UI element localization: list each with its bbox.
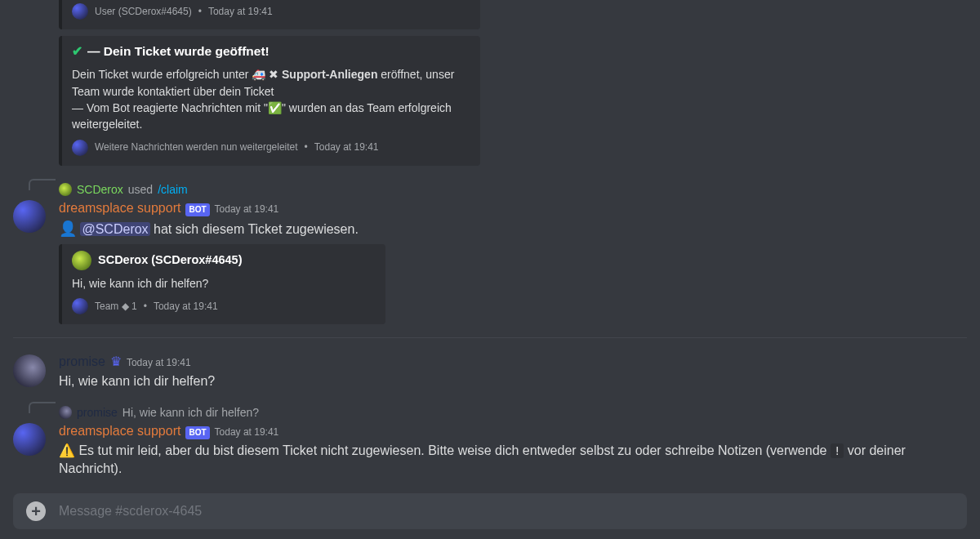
dot-separator-icon: • [144, 300, 147, 314]
footer-avatar-icon [72, 140, 88, 156]
message-input-area: + [13, 493, 967, 529]
footer-time: Today at 19:41 [208, 5, 273, 19]
username[interactable]: promise [59, 353, 105, 371]
reply-spine-icon [29, 402, 56, 413]
bot-badge: BOT [185, 203, 209, 216]
footer-time: Today at 19:41 [314, 140, 379, 154]
embed-user-opened: User (SCDerox#4645) • Today at 19:41 [59, 0, 480, 29]
code-inline: ! [831, 443, 844, 458]
message-header: promise ♛ Today at 19:41 [59, 353, 967, 371]
bot-badge: BOT [185, 426, 209, 439]
reply-username: promise [77, 405, 118, 421]
reply-preview: Hi, wie kann ich dir helfen? [122, 405, 259, 421]
reply-avatar-icon [59, 183, 72, 196]
message-content: ⚠️ Es tut mir leid, aber du bist diesem … [59, 442, 967, 478]
message-content: 👤 @SCDerox hat sich diesem Ticket zugewi… [59, 219, 967, 239]
username[interactable]: dreamsplace support [59, 422, 180, 440]
reply-action: used [128, 182, 153, 198]
user-mention[interactable]: @SCDerox [80, 222, 149, 236]
check-icon: ✔ [72, 42, 82, 60]
embed-ticket-opened: ✔ — Dein Ticket wurde geöffnet! Dein Tic… [59, 36, 480, 166]
dot-separator-icon: • [198, 5, 202, 19]
message-group: SCDerox used /claim dreamsplace support … [0, 182, 980, 324]
message-list: User (SCDerox#4645) • Today at 19:41 ✔ —… [0, 0, 980, 493]
footer-text: Team ◆ 1 [95, 300, 137, 314]
footer-avatar-icon [72, 298, 88, 314]
embed-footer: Weitere Nachrichten werden nun weitergel… [72, 140, 467, 156]
embed-team-reply: SCDerox (SCDerox#4645) Hi, wie kann ich … [59, 244, 385, 324]
avatar[interactable] [13, 423, 46, 456]
message-group: promise ♛ Today at 19:41 Hi, wie kann ic… [0, 351, 980, 390]
footer-avatar-icon [72, 3, 88, 20]
embed-footer: User (SCDerox#4645) • Today at 19:41 [72, 3, 467, 20]
author-avatar-icon [72, 251, 91, 270]
embed-description: Hi, wie kann ich dir helfen? [72, 275, 372, 292]
embed-author: SCDerox (SCDerox#4645) [72, 251, 372, 270]
footer-text: Weitere Nachrichten werden nun weitergel… [95, 140, 298, 154]
slash-command[interactable]: /claim [158, 182, 188, 198]
crown-icon: ♛ [110, 353, 122, 371]
embed-title: ✔ — Dein Ticket wurde geöffnet! [72, 42, 467, 60]
reply-spine-icon [29, 179, 56, 190]
silhouette-icon: 👤 [59, 220, 77, 237]
message-header: dreamsplace support BOT Today at 19:41 [59, 422, 967, 440]
message-input[interactable] [59, 504, 954, 519]
timestamp: Today at 19:41 [215, 425, 279, 439]
avatar[interactable] [13, 200, 46, 233]
dot-separator-icon: • [305, 140, 308, 154]
message-header: dreamsplace support BOT Today at 19:41 [59, 199, 967, 217]
message-divider [13, 337, 967, 338]
message-input-box[interactable]: + [13, 493, 967, 529]
reply-avatar-icon [59, 406, 72, 419]
reply-context[interactable]: promise Hi, wie kann ich dir helfen? [59, 405, 967, 421]
attach-button[interactable]: + [26, 501, 46, 521]
footer-text: User (SCDerox#4645) [95, 5, 192, 19]
author-name: SCDerox (SCDerox#4645) [98, 252, 243, 269]
timestamp: Today at 19:41 [127, 356, 191, 370]
avatar[interactable] [13, 354, 46, 387]
message-content: Hi, wie kann ich dir helfen? [59, 372, 967, 390]
username[interactable]: dreamsplace support [59, 199, 180, 217]
reply-username: SCDerox [77, 182, 123, 198]
timestamp: Today at 19:41 [215, 203, 279, 216]
footer-time: Today at 19:41 [154, 300, 218, 314]
embed-description: Dein Ticket wurde erfolgreich unter 🚑 ✖ … [72, 66, 467, 132]
embed-footer: Team ◆ 1 • Today at 19:41 [72, 298, 372, 314]
reply-context[interactable]: SCDerox used /claim [59, 182, 967, 198]
message-group: promise Hi, wie kann ich dir helfen? dre… [0, 405, 980, 478]
